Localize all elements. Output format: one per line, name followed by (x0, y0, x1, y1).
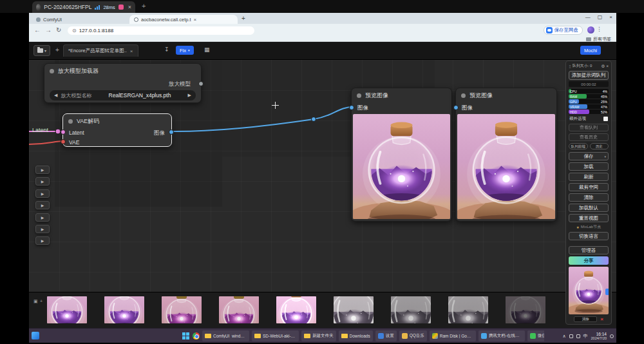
combo-next-icon[interactable]: ▶ (188, 93, 191, 98)
widgets-icon[interactable] (32, 332, 39, 339)
mixlab-nodes-button[interactable]: ★ MixLab节点 (569, 224, 609, 230)
reset-view-button[interactable]: 重置视图 (569, 214, 609, 222)
site-info-icon[interactable]: ⊙ (72, 28, 77, 33)
taskbar-item[interactable]: 腾讯文档-在线文档 (478, 330, 525, 341)
taskbar-item[interactable]: ComfyUI_windows_po... (202, 330, 249, 341)
image-input-port[interactable] (453, 105, 459, 110)
history-button[interactable]: 历史 (590, 143, 609, 149)
node-vae-decode[interactable]: VAE解码 Latent VAE 图像 (62, 113, 172, 147)
clear-button[interactable]: 清除 (569, 193, 609, 202)
view-queue-button[interactable]: 查看队列 (569, 124, 609, 131)
window-maximize-button[interactable]: ▢ (598, 14, 603, 20)
taskbar-item[interactable]: 新建文件夹 (301, 330, 336, 341)
fix-button[interactable]: Fix ▾ (176, 46, 194, 55)
workflow-tab[interactable]: *Encore产品草图转定单图.. × (63, 44, 138, 57)
node-collapse-dot[interactable] (68, 119, 73, 124)
node-collapse-dot[interactable] (461, 93, 466, 98)
upscale-model-output-port[interactable] (198, 81, 204, 86)
image-input-port[interactable] (349, 105, 354, 110)
taskbar-item[interactable]: SD-WebUI-aki-v4.8 (252, 330, 299, 341)
preview-close-icon[interactable]: × (600, 316, 603, 322)
extra-options-checkbox[interactable] (603, 117, 608, 121)
workflows-folder-button[interactable]: ▾ (33, 45, 50, 56)
collapsed-node-button[interactable]: ▶ (35, 213, 50, 222)
queue-front-button[interactable]: 队列前端 (569, 143, 588, 149)
feed-thumbnail[interactable] (276, 296, 316, 323)
vae-input-port[interactable] (61, 139, 66, 144)
node-preview-image-1[interactable]: 预览图像 图像 (351, 88, 452, 222)
browser-tab-comfyui[interactable]: ComfyUI (32, 15, 127, 24)
collapsed-node-button[interactable]: ▶ (35, 201, 50, 209)
latent-input-port[interactable] (61, 129, 66, 135)
gear-icon[interactable]: ⚙ (601, 64, 605, 69)
taskbar-clock[interactable]: 16:14 2024/7/20 (591, 332, 607, 341)
drag-handle-icon[interactable]: ⣿ (569, 64, 571, 68)
taskbar-item[interactable]: 设置 (375, 330, 397, 341)
collapsed-node-button[interactable]: ▶ (35, 189, 50, 198)
feed-thumbnail[interactable] (448, 296, 488, 323)
feed-images-icon[interactable]: ▣ (33, 299, 38, 304)
taskbar-item[interactable]: 微信 (527, 330, 544, 341)
taskbar-item[interactable]: Downloads (339, 330, 373, 341)
view-history-button[interactable]: 查看历史 (569, 133, 609, 141)
mochi-button[interactable]: Mochi (580, 46, 601, 55)
taskbar-item[interactable]: Ram Disk | Google Driv (430, 330, 476, 341)
extension-pill-button[interactable]: 保存至网盘 (544, 26, 583, 35)
load-button[interactable]: 加载 (569, 162, 609, 171)
switch-language-button[interactable]: 切换语言 (569, 232, 609, 240)
volume-icon[interactable] (576, 334, 580, 338)
node-upscale-model-loader[interactable]: 放大模型加载器 放大模型 ◀ 放大模型名称 RealESRGAN_x4plus.… (44, 63, 202, 103)
node-canvas[interactable]: Latent 放大模型加载器 放大模型 ◀ 放大模型名称 RealESRGAN_… (29, 60, 616, 292)
share-button[interactable]: 分享 (569, 256, 609, 265)
feed-thumbnail[interactable] (162, 296, 202, 323)
feed-thumbnail[interactable] (47, 296, 87, 323)
address-bar[interactable]: ⊙ 127.0.0.1:8188 (68, 26, 254, 35)
feed-thumbnail[interactable] (506, 296, 545, 323)
collapsed-node-button[interactable]: ▶ (35, 236, 50, 245)
image-output-port[interactable] (169, 129, 174, 135)
feed-thumbnail[interactable] (391, 296, 431, 323)
feed-add-icon[interactable]: + (40, 299, 43, 303)
grid-view-icon[interactable]: ▦ (204, 46, 210, 53)
collapsed-node-button[interactable]: ▶ (35, 166, 50, 174)
back-icon[interactable]: ← (34, 26, 41, 33)
refresh-button[interactable]: 刷新 (569, 173, 609, 181)
reload-icon[interactable]: ↻ (56, 26, 61, 33)
export-icon[interactable]: ↧ (164, 46, 169, 53)
start-button[interactable] (182, 332, 190, 340)
node-collapse-dot[interactable] (50, 69, 54, 73)
feed-thumbnail[interactable] (104, 296, 144, 323)
window-close-button[interactable]: × (609, 14, 612, 20)
node-preview-image-2[interactable]: 预览图像 图像 (455, 88, 557, 222)
network-icon[interactable] (569, 334, 573, 338)
node-collapse-dot[interactable] (357, 93, 361, 98)
taskbar-item[interactable]: QQ音乐 (399, 330, 427, 341)
browser-menu-icon[interactable]: ⋮ (596, 26, 602, 32)
sidebar-preview-image[interactable] (569, 267, 609, 314)
combo-prev-icon[interactable]: ◀ (54, 93, 57, 98)
remote-new-tab-button[interactable]: + (142, 2, 146, 10)
chrome-taskbar-icon[interactable] (193, 332, 200, 339)
model-name-combo-widget[interactable]: ◀ 放大模型名称 RealESRGAN_x4plus.pth ▶ (50, 90, 196, 100)
tab-close-icon[interactable]: × (194, 17, 197, 23)
remote-tab-close-icon[interactable]: × (128, 4, 131, 10)
feed-thumbnail[interactable] (334, 296, 374, 323)
queue-prompt-button[interactable]: 添加提示词队列 (569, 71, 609, 80)
browser-tab-active[interactable]: aocbaconetw.call.cetp.t × (129, 15, 238, 24)
new-tab-button[interactable]: + (242, 15, 245, 22)
new-workflow-button[interactable]: + (55, 46, 59, 53)
remote-session-tab[interactable]: PC-20240625HFPL 28ms × (32, 1, 135, 13)
profile-avatar[interactable] (587, 26, 594, 33)
panel-close-icon[interactable]: × (606, 64, 609, 68)
window-minimize-button[interactable]: — (585, 14, 591, 20)
notification-icon[interactable] (610, 334, 614, 338)
save-button[interactable]: 保存▾ (569, 152, 609, 160)
collapsed-node-button[interactable]: ▶ (35, 177, 50, 186)
manager-button[interactable]: 管理器 (569, 246, 609, 254)
feed-thumbnail[interactable] (219, 296, 259, 323)
input-language-indicator[interactable]: 中 (583, 333, 588, 339)
forward-icon[interactable]: → (45, 26, 52, 33)
clipspace-button[interactable]: 裁剪空间 (569, 183, 609, 191)
load-default-button[interactable]: 加载默认 (569, 204, 609, 212)
preview-clear-button[interactable]: 清除 (574, 316, 597, 322)
